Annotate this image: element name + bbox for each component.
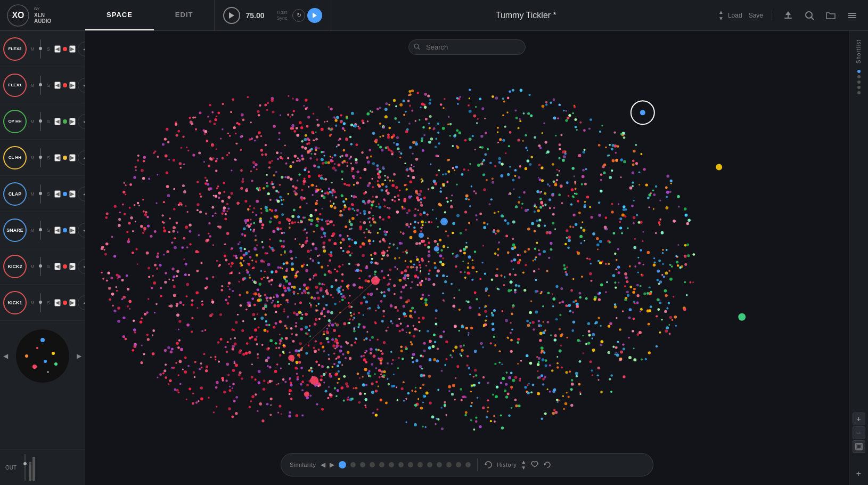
similarity-prev-button[interactable]: ◀	[321, 461, 325, 468]
shortlist-dot-2[interactable]	[857, 75, 861, 78]
dot-5[interactable]	[389, 462, 394, 467]
solo-button-cl-hh[interactable]: S	[45, 154, 52, 161]
channel-next-flex1[interactable]: ▶	[69, 82, 76, 89]
out-fader[interactable]	[24, 454, 26, 481]
folder-button[interactable]	[825, 10, 836, 21]
undo-button[interactable]	[543, 460, 552, 469]
dot-3[interactable]	[370, 462, 375, 467]
channel-next-kick2[interactable]: ▶	[69, 263, 76, 270]
menu-button[interactable]	[847, 10, 857, 21]
mute-button-flex1[interactable]: M	[29, 82, 36, 89]
load-button[interactable]: Load	[728, 12, 742, 19]
channel-next-clap[interactable]: ▶	[69, 190, 76, 198]
tab-edit[interactable]: EDIT	[154, 0, 215, 30]
sync-play-button[interactable]	[307, 8, 322, 23]
solo-button-clap[interactable]: S	[45, 190, 52, 198]
search-button[interactable]	[804, 10, 815, 21]
channel-label-clap[interactable]: CLAP	[3, 182, 27, 206]
channel-label-flex2[interactable]: FLEX2	[3, 37, 27, 61]
dot-11[interactable]	[446, 462, 452, 467]
mini-pattern-wheel[interactable]	[16, 329, 69, 383]
volume-slider-flex1[interactable]	[38, 74, 43, 97]
mute-button-kick2[interactable]: M	[29, 263, 36, 270]
shortlist-dot-4[interactable]	[857, 86, 861, 89]
scatter-canvas[interactable]	[85, 31, 849, 485]
preset-down-button[interactable]: ▼	[718, 16, 724, 21]
channel-prev-flex2[interactable]: ◀	[54, 45, 61, 53]
similarity-next-button[interactable]: ▶	[330, 461, 334, 468]
favorite-button[interactable]	[530, 460, 539, 469]
channel-next-cl-hh[interactable]: ▶	[69, 154, 76, 161]
mute-button-kick1[interactable]: M	[29, 299, 36, 306]
zoom-fit-button[interactable]	[853, 440, 865, 453]
dot-12[interactable]	[456, 462, 461, 467]
channel-prev-flex1[interactable]: ◀	[54, 82, 61, 89]
right-panel: Shortlist + + −	[849, 31, 868, 485]
channel-prev-clap[interactable]: ◀	[54, 190, 61, 198]
save-button[interactable]: Save	[749, 12, 763, 19]
channel-dot-clap	[63, 192, 67, 196]
channel-next-snare[interactable]: ▶	[69, 227, 76, 234]
export-button[interactable]	[783, 10, 793, 21]
channel-next-op-hh[interactable]: ▶	[69, 118, 76, 125]
refresh-button[interactable]	[484, 460, 493, 469]
channel-prev-op-hh[interactable]: ◀	[54, 118, 61, 125]
solo-button-kick1[interactable]: S	[45, 299, 52, 306]
search-input[interactable]	[408, 39, 526, 55]
channel-prev-snare[interactable]: ◀	[54, 227, 61, 234]
shortlist-dot-3[interactable]	[857, 80, 861, 84]
mute-button-cl-hh[interactable]: M	[29, 154, 36, 161]
mute-button-clap[interactable]: M	[29, 190, 36, 198]
svg-marker-6	[785, 11, 791, 18]
history-nav-button[interactable]: ▲▼	[521, 459, 526, 471]
dot-2[interactable]	[360, 462, 365, 467]
dot-6[interactable]	[398, 462, 404, 467]
preset-up-button[interactable]: ▲	[718, 10, 724, 15]
channel-label-op-hh[interactable]: OP HH	[3, 110, 27, 133]
volume-slider-flex2[interactable]	[38, 37, 43, 61]
active-dot[interactable]	[339, 461, 346, 468]
volume-slider-kick2[interactable]	[38, 255, 43, 278]
dot-13[interactable]	[465, 462, 471, 467]
dot-9[interactable]	[427, 462, 432, 467]
solo-button-op-hh[interactable]: S	[45, 118, 52, 125]
dot-1[interactable]	[350, 462, 356, 467]
solo-button-snare[interactable]: S	[45, 227, 52, 234]
volume-slider-snare[interactable]	[38, 219, 43, 242]
dot-4[interactable]	[379, 462, 384, 467]
shortlist-dot-5[interactable]	[857, 91, 861, 94]
channel-label-snare[interactable]: SNARE	[3, 219, 27, 242]
channel-label-flex1[interactable]: FLEX1	[3, 74, 27, 97]
zoom-in-button[interactable]: +	[853, 413, 865, 425]
volume-slider-kick1[interactable]	[38, 291, 43, 314]
channel-prev-kick2[interactable]: ◀	[54, 263, 61, 270]
shortlist-dot-1[interactable]	[857, 70, 861, 73]
pattern-prev-button[interactable]: ◀	[3, 352, 8, 360]
shortlist-add-button[interactable]: +	[856, 469, 861, 479]
scatter-area[interactable]: Similarity ◀ ▶ History ▲▼	[85, 31, 849, 485]
volume-slider-clap[interactable]	[38, 182, 43, 206]
solo-button-flex2[interactable]: S	[45, 45, 52, 53]
play-button[interactable]	[223, 7, 240, 24]
channel-next-kick1[interactable]: ▶	[69, 299, 76, 306]
channel-prev-cl-hh[interactable]: ◀	[54, 154, 61, 161]
dot-10[interactable]	[437, 462, 442, 467]
mute-button-flex2[interactable]: M	[29, 45, 36, 53]
tab-space[interactable]: SPACE	[85, 0, 154, 30]
solo-button-kick2[interactable]: S	[45, 263, 52, 270]
sync-loop-button[interactable]: ↻	[292, 9, 305, 22]
channel-next-flex2[interactable]: ▶	[69, 45, 76, 53]
channel-label-kick2[interactable]: KICK2	[3, 255, 27, 278]
channel-label-cl-hh[interactable]: CL HH	[3, 146, 27, 169]
dot-7[interactable]	[408, 462, 413, 467]
volume-slider-op-hh[interactable]	[38, 110, 43, 133]
solo-button-flex1[interactable]: S	[45, 82, 52, 89]
pattern-next-button[interactable]: ▶	[77, 352, 81, 360]
zoom-out-button[interactable]: −	[853, 426, 865, 439]
mute-button-snare[interactable]: M	[29, 227, 36, 234]
dot-8[interactable]	[417, 462, 423, 467]
mute-button-op-hh[interactable]: M	[29, 118, 36, 125]
channel-label-kick1[interactable]: KICK1	[3, 291, 27, 314]
volume-slider-cl-hh[interactable]	[38, 146, 43, 169]
channel-prev-kick1[interactable]: ◀	[54, 299, 61, 306]
